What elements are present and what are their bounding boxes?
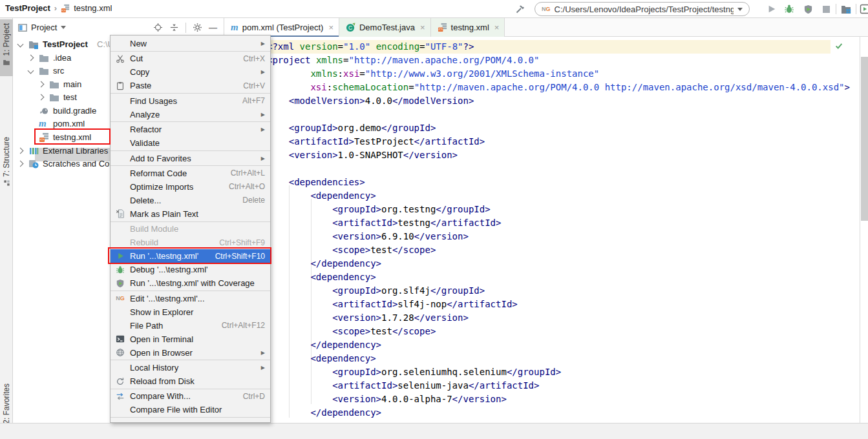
collapse-all-icon[interactable] (169, 23, 179, 32)
menu-item-cut[interactable]: CutCtrl+X (111, 52, 270, 65)
chevron-down-icon (737, 8, 743, 11)
menu-item-mark-as-plain-text[interactable]: Mark as Plain Text (111, 207, 270, 221)
menu-item-paste[interactable]: PasteCtrl+V (111, 79, 270, 92)
project-folder-icon (28, 39, 39, 50)
testng-badge-icon: NG (114, 293, 126, 303)
run-button[interactable] (765, 3, 778, 15)
folder-icon (39, 53, 49, 63)
code-line: <version>6.9.10</version> (267, 230, 850, 243)
menu-item-delete[interactable]: Delete...Delete (111, 194, 270, 207)
breadcrumb: TestProject › <> testng.xml (5, 3, 112, 13)
svg-text:C: C (348, 25, 352, 31)
tab-demotest-java[interactable]: C DemoTest.java × (339, 18, 431, 37)
breadcrumb-file[interactable]: testng.xml (74, 3, 112, 13)
tab-testng-xml[interactable]: <> testng.xml × (431, 18, 505, 37)
menu-item-open-in-browser[interactable]: Open in Browser▶ (111, 346, 270, 360)
menu-item-reformat-code[interactable]: Reformat CodeCtrl+Alt+L (111, 167, 270, 180)
code-line: <?xml version="1.0" encoding="UTF-8"?> (267, 40, 850, 54)
run-configuration-select[interactable]: NG C:/Users/Lenovo/IdeaProjects/TestProj… (535, 2, 750, 16)
header-separator (185, 23, 186, 33)
code-line: <artifactId>selenium-java</artifactId> (267, 379, 850, 393)
code-line: <dependency> (267, 189, 850, 203)
folder-icon (39, 66, 49, 76)
annotation-box-testng-tree-item (34, 128, 111, 145)
editor-tab-bar: m pom.xml (TestProject) × C DemoTest.jav… (224, 18, 868, 37)
terminal-icon (114, 334, 126, 344)
menu-item-debug-testng-xml[interactable]: Debug '...\testng.xml' (111, 263, 270, 276)
scissors-icon (114, 54, 126, 64)
code-area[interactable]: <?xml version="1.0" encoding="UTF-8"?> <… (267, 40, 850, 420)
code-line: <groupId>org.slf4j</groupId> (267, 284, 850, 298)
code-line: <scope>test</scope> (267, 325, 850, 338)
maven-projects-icon[interactable] (840, 3, 852, 15)
maven-icon: m (39, 119, 49, 129)
breadcrumb-project[interactable]: TestProject (5, 3, 50, 13)
code-line: <modelVersion>4.0.0</modelVersion> (267, 94, 850, 108)
svg-text:<>: <> (438, 27, 443, 31)
menu-item-compare-file-with-editor[interactable]: Compare File with Editor (111, 403, 270, 416)
run-anything-icon[interactable] (858, 3, 868, 15)
code-line (267, 162, 850, 176)
check-icon (834, 41, 843, 50)
hammer-build-icon[interactable] (513, 3, 526, 15)
code-line: <version>4.0.0-alpha-7</version> (267, 393, 850, 406)
chevron-collapsed-icon[interactable] (38, 81, 45, 88)
menu-item-refactor[interactable]: Refactor▶ (111, 123, 270, 136)
menu-item-optimize-imports[interactable]: Optimize ImportsCtrl+Alt+O (111, 180, 270, 194)
code-line: <groupId>org.testng</groupId> (267, 203, 850, 216)
close-icon[interactable]: × (494, 23, 500, 32)
menu-item-reload-from-disk[interactable]: Reload from Disk (111, 374, 270, 388)
gear-icon[interactable] (193, 23, 202, 32)
project-toolwindow-icon (18, 23, 27, 32)
menu-item-new[interactable]: New▶ (111, 37, 270, 50)
code-line: </dependency> (267, 257, 850, 271)
submenu-arrow-icon: ▶ (261, 350, 265, 356)
menu-item-open-in-terminal[interactable]: Open in Terminal (111, 332, 270, 346)
java-class-icon: C (346, 23, 355, 32)
debug-button[interactable] (783, 3, 796, 15)
menu-item-file-path[interactable]: File PathCtrl+Alt+F12 (111, 319, 270, 332)
editor-pane[interactable]: <?xml version="1.0" encoding="UTF-8"?> <… (224, 37, 868, 423)
close-icon[interactable]: × (328, 23, 333, 32)
left-toolwindow-stripe: 1: Project 7: Structure 2: Favorites ★ (0, 18, 13, 439)
menu-item-validate[interactable]: Validate (111, 136, 270, 150)
stop-button[interactable] (820, 3, 832, 15)
chevron-collapsed-icon[interactable] (38, 94, 45, 101)
menu-item-analyze[interactable]: Analyze▶ (111, 108, 270, 121)
scrollbar-thumb[interactable] (861, 57, 868, 221)
chevron-expanded-icon[interactable] (28, 68, 34, 74)
menu-item-local-history[interactable]: Local History▶ (111, 361, 270, 374)
maven-icon: m (231, 23, 238, 32)
menu-item-show-in-explorer[interactable]: Show in Explorer (111, 305, 270, 319)
locate-file-icon[interactable] (153, 23, 163, 32)
close-icon[interactable]: × (420, 23, 425, 32)
menu-item-copy[interactable]: Copy▶ (111, 65, 270, 79)
chevron-collapsed-icon[interactable] (17, 161, 24, 167)
submenu-arrow-icon: ▶ (261, 112, 265, 117)
scratches-icon (28, 159, 39, 169)
menu-item-find-usages[interactable]: Find UsagesAlt+F7 (111, 94, 270, 108)
code-line: <dependency> (267, 352, 850, 365)
menu-item-add-to-favorites[interactable]: Add to Favorites▶ (111, 152, 270, 165)
chevron-expanded-icon[interactable] (17, 41, 24, 48)
plain-text-icon (114, 209, 126, 219)
code-line: </dependency> (267, 338, 850, 352)
menu-item-run-with-coverage[interactable]: Run '...\testng.xml' with Coverage (111, 276, 270, 290)
testng-config-icon: NG (542, 6, 551, 12)
hide-panel-icon[interactable]: — (209, 23, 217, 32)
submenu-arrow-icon: ▶ (261, 41, 265, 46)
sidebar-item-structure[interactable]: 7: Structure (0, 133, 13, 200)
chevron-collapsed-icon[interactable] (28, 55, 34, 61)
globe-icon (114, 347, 126, 358)
menu-item-compare-with[interactable]: Compare With...Ctrl+D (111, 389, 270, 403)
chevron-collapsed-icon[interactable] (17, 148, 24, 154)
project-panel-title[interactable]: Project (31, 23, 57, 32)
tab-pom-xml[interactable]: m pom.xml (TestProject) × (224, 18, 339, 37)
chevron-down-icon[interactable] (61, 26, 66, 29)
inspection-status-widget[interactable] (831, 37, 847, 54)
code-line: <project xmlns="http://maven.apache.org/… (267, 54, 850, 67)
run-with-coverage-button[interactable] (801, 3, 814, 15)
menu-item-mark-directory-as[interactable]: Mark Directory as▶ (111, 418, 270, 423)
sidebar-item-project[interactable]: 1: Project (0, 19, 13, 76)
menu-item-edit-testng-xml[interactable]: NG Edit '...\testng.xml'... (111, 292, 270, 305)
